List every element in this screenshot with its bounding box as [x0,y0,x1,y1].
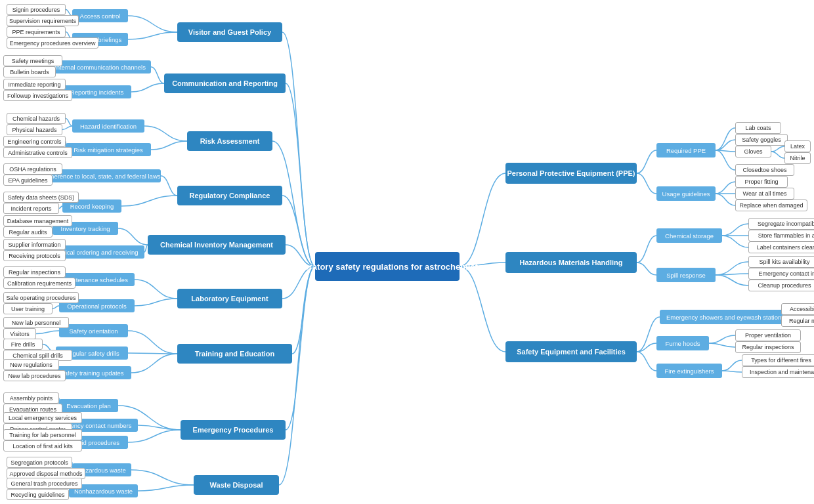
node-assembly-points: Assembly points [3,392,59,404]
node-chemical-storage: Chemical storage [656,228,722,243]
node-usage-guidelines: Usage guidelines [656,186,716,201]
node-regular-audits: Regular audits [3,226,53,238]
node-user-training: User training [3,303,53,314]
node-location-of-first-aid-kits: Location of first aid kits [3,440,82,452]
node-safety-equipment-and-facilities: Safety Equipment and Facilities [505,341,637,362]
node-store-flammables-in-approved-cabinets: Store flammables in approved cabinets [748,230,814,242]
node-epa-guidelines: EPA guidelines [3,175,53,186]
node-segregation-protocols: Segregation protocols [7,457,72,468]
node-immediate-reporting: Immediate reporting [3,79,66,90]
node-new-regulations: New regulations [3,359,59,370]
node-spill-response: Spill response [656,268,716,282]
node-reporting-incidents: Reporting incidents [62,85,131,98]
node-spill-kits-availability: Spill kits availability [748,256,814,268]
node-evacuation-plan: Evacuation plan [59,399,118,412]
node-training-and-education: Training and Education [177,344,292,364]
node-label-containers-clearly: Label containers clearly [748,242,814,253]
node-risk-assessment: Risk Assessment [187,131,272,151]
node-signin-procedures: Signin procedures [7,4,66,15]
node-laboratory-equipment: Laboratory Equipment [177,289,282,308]
node-nitrile: Nitrile [784,152,811,164]
node-latex: Latex [784,140,811,152]
node-training-for-lab-personnel: Training for lab personnel [3,429,82,440]
node-inspection-and-maintenance-schedule: Inspection and maintenance schedule [742,366,814,378]
mindmap-canvas: Laboratory safety regulations for astroc… [0,0,814,504]
node-safety-goggles: Safety goggles [735,134,788,146]
node-osha-regulations: OSHA regulations [3,163,62,175]
node-regular-inspections: Regular inspections [3,266,66,278]
node-physical-hazards: Physical hazards [7,124,62,135]
node-database-management: Database management [3,215,72,226]
node-receiving-protocols: Receiving protocols [3,250,66,261]
node-emergency-procedures-overview: Emergency procedures overview [7,37,98,49]
node-proper-fitting: Proper fitting [735,176,788,188]
node-wear-at-all-times: Wear at all times [735,188,794,200]
node-chemical-inventory-management: Chemical Inventory Management [148,235,286,255]
node-laboratory-safety-regulations-for-astrochemistry: Laboratory safety regulations for astroc… [315,252,460,281]
node-visitors: Visitors [3,328,36,339]
node-ppe-requirements: PPE requirements [7,26,66,37]
node-fire-extinguishers: Fire extinguishers [656,364,722,378]
node-accessibility: Accessibility [781,303,814,315]
node-engineering-controls: Engineering controls [3,136,66,147]
node-supplier-information: Supplier information [3,239,66,250]
node-risk-mitigation-strategies: Risk mitigation strategies [66,143,151,156]
node-regular-inspections: Regular inspections [735,341,801,353]
node-safety-data-sheets-sds: Safety data sheets (SDS) [3,192,79,203]
node-segregate-incompatible-chemicals: Segregate incompatible chemicals [748,218,814,230]
node-emergency-procedures: Emergency Procedures [181,420,286,440]
node-local-emergency-services: Local emergency services [3,412,82,423]
node-closedtoe-shoes: Closedtoe shoes [735,164,794,176]
node-supervision-requirements: Supervision requirements [7,15,79,26]
node-new-lab-procedures: New lab procedures [3,370,66,381]
node-emergency-contact-information: Emergency contact information [748,268,814,280]
node-bulletin-boards: Bulletin boards [3,66,56,77]
node-personal-protective-equipment-ppe: Personal Protective Equipment (PPE) [505,163,637,184]
node-proper-ventilation: Proper ventilation [735,329,801,341]
node-access-control: Access control [72,9,128,22]
node-followup-investigations: Followup investigations [3,90,72,101]
node-recycling-guidelines: Recycling guidelines [7,489,69,500]
node-incident-reports: Incident reports [3,203,59,214]
node-gloves: Gloves [735,146,771,158]
node-safety-orientation: Safety orientation [59,324,128,337]
node-fire-drills: Fire drills [3,339,43,350]
node-types-for-different-fires: Types for different fires [742,354,814,366]
node-lab-coats: Lab coats [735,122,781,134]
node-hazardous-materials-handling: Hazardous Materials Handling [505,252,637,273]
node-chemical-hazards: Chemical hazards [7,113,66,124]
node-new-lab-personnel: New lab personnel [3,317,69,328]
node-communication-and-reporting: Communication and Reporting [164,74,286,93]
node-calibration-requirements: Calibration requirements [3,278,75,289]
node-cleanup-procedures: Cleanup procedures [748,280,814,291]
node-safe-operating-procedures: Safe operating procedures [3,292,79,303]
node-hazard-identification: Hazard identification [72,119,144,133]
node-general-trash-procedures: General trash procedures [7,478,82,489]
node-visitor-and-guest-policy: Visitor and Guest Policy [177,22,282,42]
node-internal-communication-channels: Internal communication channels [49,60,151,74]
node-waste-disposal: Waste Disposal [194,475,279,495]
node-regular-maintenance-checks: Regular maintenance checks [781,315,814,327]
node-administrative-controls: Administrative controls [3,147,72,158]
node-replace-when-damaged: Replace when damaged [735,200,807,211]
node-required-ppe: Required PPE [656,143,716,158]
node-fume-hoods: Fume hoods [656,336,709,350]
node-regulatory-compliance: Regulatory Compliance [177,186,282,205]
node-emergency-showers-and-eyewash-stations: Emergency showers and eyewash stations [660,310,791,324]
node-safety-meetings: Safety meetings [3,55,62,66]
